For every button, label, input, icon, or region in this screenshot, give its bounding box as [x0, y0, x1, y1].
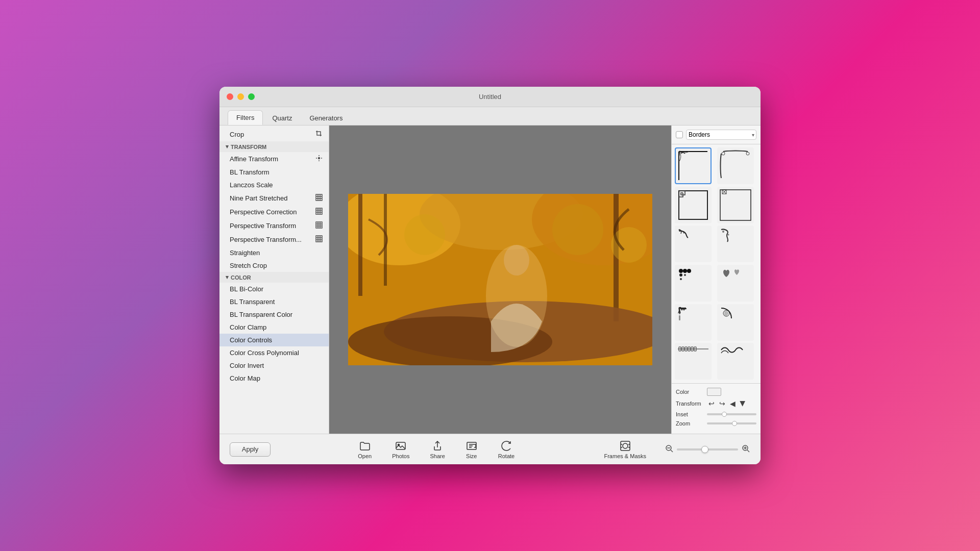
maximize-button[interactable]: [248, 93, 255, 100]
sidebar: Crop ▾ TRANSFORM Affine Transform: [219, 126, 329, 434]
svg-point-45: [683, 232, 685, 234]
border-thumb-3[interactable]: [675, 187, 712, 223]
svg-point-52: [680, 278, 682, 280]
color-row: Color: [676, 388, 756, 396]
minimize-button[interactable]: [237, 93, 244, 100]
svg-point-51: [679, 273, 682, 277]
color-label: Color: [676, 389, 704, 395]
svg-rect-57: [396, 442, 405, 449]
frames-masks-label: Frames & Masks: [604, 453, 646, 459]
zoom-out-icon[interactable]: [665, 444, 674, 455]
borders-dropdown[interactable]: Borders: [686, 130, 756, 140]
properties-panel: Color Transform ↩ ↪ ◀ ▶ Inset: [672, 383, 761, 434]
frames-masks-button[interactable]: Frames & Masks: [594, 438, 656, 461]
sidebar-item-affine-transform[interactable]: Affine Transform: [219, 152, 329, 166]
sidebar-item-bl-transparent[interactable]: BL Transparent: [219, 295, 329, 308]
tool-open-label: Open: [358, 453, 372, 459]
tool-rotate-label: Rotate: [498, 453, 514, 459]
svg-rect-54: [679, 308, 680, 314]
toolbar-tools: Open Photos Share: [279, 438, 594, 461]
transform-rotate-right[interactable]: ↪: [718, 399, 727, 408]
border-thumb-12[interactable]: [717, 343, 754, 380]
crop-icon: [315, 130, 323, 139]
right-panel: Borders: [671, 126, 761, 434]
sidebar-item-color-invert[interactable]: Color Invert: [219, 359, 329, 372]
borders-grid: [672, 144, 761, 383]
apply-button[interactable]: Apply: [230, 442, 271, 457]
sidebar-item-straighten[interactable]: Straighten: [219, 246, 329, 259]
tool-open[interactable]: Open: [348, 438, 382, 461]
tab-filters[interactable]: Filters: [228, 110, 263, 125]
grid-icon-persp-transform-2: [315, 235, 323, 244]
svg-rect-60: [621, 441, 630, 450]
border-thumb-8[interactable]: [717, 265, 754, 302]
border-thumb-2[interactable]: [717, 147, 754, 184]
svg-rect-16: [316, 236, 322, 242]
sidebar-item-color-clamp[interactable]: Color Clamp: [219, 321, 329, 334]
svg-point-38: [746, 152, 749, 155]
svg-point-48: [679, 269, 683, 273]
border-thumb-7[interactable]: [675, 265, 712, 302]
inset-label: Inset: [676, 411, 704, 417]
title-bar: Untitled: [219, 87, 761, 107]
border-thumb-9[interactable]: [675, 304, 712, 341]
svg-rect-11: [316, 222, 322, 228]
section-color: ▾ COLOR: [219, 272, 329, 283]
move-icon: [315, 155, 323, 163]
transform-rotate-left[interactable]: ↩: [707, 399, 716, 408]
svg-point-61: [623, 443, 628, 448]
tool-share-label: Share: [430, 453, 445, 459]
zoom-slider[interactable]: [707, 422, 756, 424]
borders-checkbox[interactable]: [676, 131, 683, 138]
svg-point-53: [684, 274, 686, 276]
border-thumb-1[interactable]: [675, 147, 712, 184]
svg-rect-36: [679, 152, 680, 156]
sidebar-item-lanczos-scale[interactable]: Lanczos Scale: [219, 179, 329, 191]
sidebar-item-nine-part[interactable]: Nine Part Stretched: [219, 191, 329, 205]
bottom-toolbar: Apply Open Photos: [219, 434, 761, 464]
zoom-in-icon[interactable]: [741, 444, 750, 455]
sidebar-item-bl-transform[interactable]: BL Transform: [219, 166, 329, 179]
zoom-slider-thumb[interactable]: [701, 446, 708, 453]
color-swatch[interactable]: [707, 388, 721, 396]
tool-photos-label: Photos: [392, 453, 409, 459]
borders-select-wrapper: Borders: [686, 130, 756, 140]
sidebar-item-color-map[interactable]: Color Map: [219, 372, 329, 385]
sidebar-item-bl-transparent-color[interactable]: BL Transparent Color: [219, 308, 329, 321]
tool-rotate[interactable]: Rotate: [488, 438, 525, 461]
inset-slider[interactable]: [707, 413, 756, 415]
sidebar-item-stretch-crop[interactable]: Stretch Crop: [219, 259, 329, 272]
sidebar-item-perspective-correction[interactable]: Perspective Correction: [219, 205, 329, 219]
border-thumb-11[interactable]: [675, 343, 712, 380]
tab-generators[interactable]: Generators: [301, 111, 351, 125]
sidebar-item-perspective-transform-2[interactable]: Perspective Transform...: [219, 233, 329, 246]
transform-flip-v[interactable]: ▶: [739, 399, 748, 408]
canvas-image: [348, 194, 652, 365]
tool-photos[interactable]: Photos: [382, 438, 420, 461]
border-thumb-4[interactable]: [717, 187, 754, 223]
border-thumb-5[interactable]: [675, 226, 712, 262]
svg-line-63: [671, 450, 673, 452]
border-thumb-10[interactable]: [717, 304, 754, 341]
sidebar-item-perspective-transform[interactable]: Perspective Transform: [219, 219, 329, 233]
borders-header: Borders: [672, 126, 761, 144]
tab-quartz[interactable]: Quartz: [264, 111, 300, 125]
svg-point-37: [722, 152, 725, 155]
inset-row: Inset: [676, 411, 756, 417]
svg-rect-25: [358, 194, 362, 296]
section-toggle-icon: ▾: [226, 143, 229, 150]
transform-flip-h[interactable]: ◀: [728, 399, 737, 408]
window-controls: [227, 93, 255, 100]
tool-size[interactable]: Size: [455, 438, 488, 461]
close-button[interactable]: [227, 93, 233, 100]
sidebar-item-bl-bicolor[interactable]: BL Bi-Color: [219, 283, 329, 295]
sidebar-item-color-controls[interactable]: Color Controls: [219, 334, 329, 346]
zoom-slider-bar[interactable]: [677, 448, 738, 450]
svg-line-66: [747, 450, 749, 452]
tool-share[interactable]: Share: [420, 438, 455, 461]
main-content: Crop ▾ TRANSFORM Affine Transform: [219, 126, 761, 434]
sidebar-item-color-cross-poly[interactable]: Color Cross Polynomial: [219, 346, 329, 359]
section-color-toggle-icon: ▾: [226, 274, 229, 281]
sidebar-item-crop[interactable]: Crop: [219, 128, 329, 141]
border-thumb-6[interactable]: [717, 226, 754, 262]
